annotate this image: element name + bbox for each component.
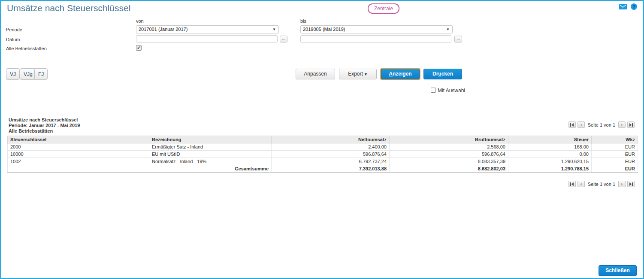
col-bezeichnung[interactable]: Bezeichnung [149, 136, 272, 143]
col-steuerschluessel[interactable]: Steuerschlüssel [8, 136, 149, 143]
anzeigen-button[interactable]: Anzeigen [381, 69, 420, 79]
table-row[interactable]: 10000 EU mit UStID 596.876,64 596.876,64… [8, 151, 638, 158]
chevron-down-icon: ▼ [272, 28, 276, 31]
cell-brutto: 8.083.357,39 [390, 158, 508, 165]
drucken-post: cken [441, 71, 453, 77]
datum-bis-browse-button[interactable]: ... [454, 36, 462, 42]
periode-label: Periode [6, 27, 22, 32]
total-wkz: EUR [592, 165, 638, 173]
table-row[interactable]: 2000 Ermäßigter Satz - Inland 2.400,00 2… [8, 143, 638, 151]
vjg-button[interactable]: VJg [20, 68, 36, 80]
schliessen-button[interactable]: Schließen [599, 265, 637, 276]
first-page-button[interactable] [568, 181, 576, 187]
vj-button[interactable]: VJ [6, 68, 20, 80]
total-netto: 7.392.013,88 [272, 165, 390, 173]
anzeigen-accel: A [389, 71, 393, 77]
cell-netto: 6.792.737,24 [272, 158, 390, 165]
cell-brutto: 2.568,00 [390, 143, 508, 151]
report-periode: Periode: Januar 2017 - Mai 2019 [9, 123, 80, 128]
datum-von-input[interactable] [136, 35, 278, 42]
next-page-button[interactable] [618, 181, 626, 187]
cell-brutto: 596.876,64 [390, 151, 508, 158]
report-table: Steuerschlüssel Bezeichnung Nettoumsatz … [7, 136, 638, 173]
first-page-button[interactable] [568, 121, 576, 128]
table-header-row: Steuerschlüssel Bezeichnung Nettoumsatz … [8, 136, 638, 143]
table-total-row: Gesamtsumme 7.392.013,88 8.682.802,03 1.… [8, 165, 638, 173]
col-steuer[interactable]: Steuer [508, 136, 592, 143]
col-wkz[interactable]: Wkz [592, 136, 638, 143]
pager-bottom: Seite 1 von 1 [568, 181, 635, 187]
cell-bezeichnung: EU mit UStID [149, 151, 272, 158]
cell-key: 10000 [8, 151, 149, 158]
periode-bis-select[interactable]: 2019005 (Mai 2019) ▼ [300, 25, 453, 33]
report-title: Umsätze nach Steuerschlüssel [9, 117, 80, 123]
next-page-button[interactable] [618, 121, 626, 128]
mit-auswahl-checkbox[interactable] [431, 88, 436, 93]
drucken-accel: u [438, 71, 441, 77]
chevron-down-icon: ▼ [446, 28, 450, 31]
table-row[interactable]: 1002 Normalsatz - Inland - 19% 6.792.737… [8, 158, 638, 165]
cell-bezeichnung: Ermäßigter Satz - Inland [149, 143, 272, 151]
drucken-button[interactable]: Drucken [423, 69, 462, 79]
page-indicator: Seite 1 von 1 [588, 122, 615, 127]
chevron-down-icon: ▼ [364, 72, 368, 76]
total-label: Gesamtsumme [149, 165, 272, 173]
total-steuer: 1.290.788,15 [508, 165, 592, 173]
mail-icon[interactable] [619, 4, 627, 9]
page-indicator: Seite 1 von 1 [588, 182, 615, 187]
cell-steuer: 168,00 [508, 143, 592, 151]
help-icon[interactable]: ? [631, 3, 637, 10]
page-title: Umsätze nach Steuerschlüssel [7, 3, 130, 13]
anpassen-button[interactable]: Anpassen [296, 69, 335, 79]
cell-steuer: 0,00 [508, 151, 592, 158]
drucken-pre: Dr [432, 71, 438, 77]
col-bruttoumsatz[interactable]: Bruttoumsatz [390, 136, 508, 143]
last-page-button[interactable] [627, 121, 635, 128]
cell-netto: 2.400,00 [272, 143, 390, 151]
report-scope: Alle Betriebsstätten [9, 128, 80, 134]
prev-page-button[interactable] [577, 181, 585, 187]
datum-von-browse-button[interactable]: ... [280, 36, 287, 42]
periode-von-value: 2017001 (Januar 2017) [139, 27, 187, 32]
cell-wkz: EUR [592, 158, 638, 165]
alle-betriebsstaetten-label: Alle Betriebsstätten [6, 46, 47, 51]
von-label: von [136, 18, 144, 24]
report-header: Umsätze nach Steuerschlüssel Periode: Ja… [9, 117, 80, 134]
datum-label: Datum [6, 37, 20, 42]
periode-von-select[interactable]: 2017001 (Januar 2017) ▼ [136, 25, 279, 33]
zentrale-badge: Zentrale [368, 3, 399, 14]
fj-button[interactable]: FJ [34, 68, 48, 80]
mit-auswahl-label: Mit Auswahl [438, 88, 465, 94]
cell-key: 1002 [8, 158, 149, 165]
total-brutto: 8.682.802,03 [390, 165, 508, 173]
window: Umsätze nach Steuerschlüssel Zentrale ? … [0, 0, 644, 279]
cell-bezeichnung: Normalsatz - Inland - 19% [149, 158, 272, 165]
col-nettoumsatz[interactable]: Nettoumsatz [272, 136, 390, 143]
export-label: Export [348, 71, 363, 77]
alle-betriebsstaetten-checkbox[interactable]: ✔ [136, 45, 142, 51]
prev-page-button[interactable] [577, 121, 585, 128]
cell-empty [8, 165, 149, 173]
cell-wkz: EUR [592, 143, 638, 151]
datum-bis-input[interactable] [300, 35, 451, 42]
last-page-button[interactable] [627, 181, 635, 187]
cell-steuer: 1.290.620,15 [508, 158, 592, 165]
cell-netto: 596.876,64 [272, 151, 390, 158]
pager-top: Seite 1 von 1 [568, 121, 635, 128]
export-button[interactable]: Export▼ [339, 69, 377, 79]
periode-bis-value: 2019005 (Mai 2019) [303, 27, 345, 32]
cell-key: 2000 [8, 143, 149, 151]
anzeigen-label: nzeigen [393, 71, 412, 77]
cell-wkz: EUR [592, 151, 638, 158]
bis-label: bis [300, 18, 306, 24]
